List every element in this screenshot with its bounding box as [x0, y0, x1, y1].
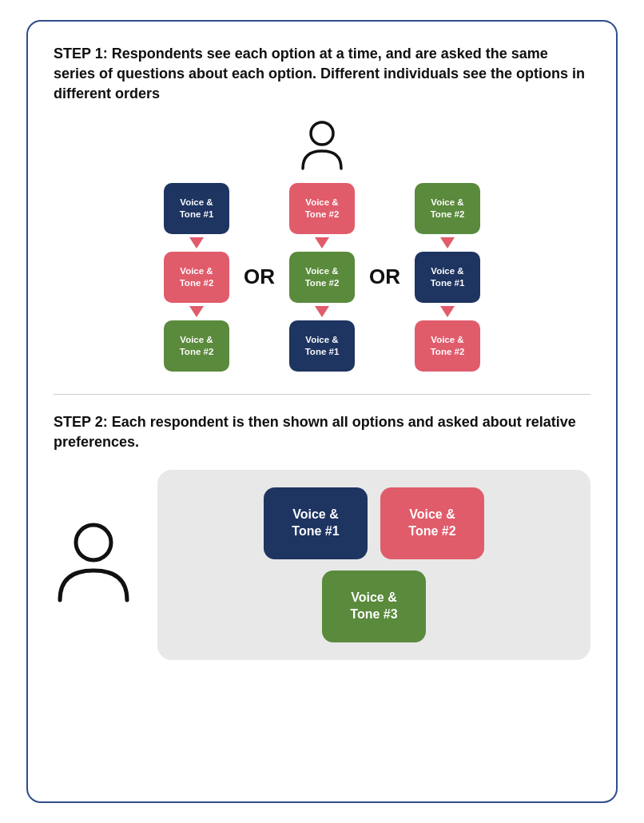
- step2-title: STEP 2: Each respondent is then shown al…: [54, 412, 590, 452]
- options-card: Voice &Tone #1 Voice &Tone #2 Voice &Ton…: [157, 470, 590, 660]
- col2-arrow1: [315, 237, 329, 248]
- or-label-2: OR: [369, 264, 400, 289]
- col1-box2: Voice &Tone #2: [164, 252, 229, 303]
- step1-diagram: Voice &Tone #1 Voice &Tone #2 Voice &Ton…: [54, 119, 590, 372]
- main-card: STEP 1: Respondents see each option at a…: [26, 20, 618, 803]
- svg-point-1: [76, 525, 111, 560]
- column-2: Voice &Tone #2 Voice &Tone #2 Voice &Ton…: [289, 183, 355, 372]
- col2-box1: Voice &Tone #2: [289, 183, 355, 234]
- col3-arrow1: [440, 237, 455, 248]
- section-divider: [54, 394, 590, 395]
- col3-arrow2: [440, 306, 455, 317]
- column-1: Voice &Tone #1 Voice &Tone #2 Voice &Ton…: [164, 183, 229, 372]
- col2-box2: Voice &Tone #2: [289, 252, 355, 303]
- col2-box3: Voice &Tone #1: [289, 320, 355, 372]
- column-3: Voice &Tone #2 Voice &Tone #1 Voice &Ton…: [415, 183, 480, 372]
- options-bottom-row: Voice &Tone #3: [178, 571, 570, 642]
- col3-box3: Voice &Tone #2: [415, 320, 480, 372]
- person-icon-step2: [54, 519, 133, 610]
- or-label-1: OR: [244, 264, 275, 289]
- col3-box2: Voice &Tone #1: [415, 252, 480, 303]
- col2-arrow2: [315, 306, 329, 317]
- svg-point-0: [311, 122, 333, 145]
- step2-row: Voice &Tone #1 Voice &Tone #2 Voice &Ton…: [54, 470, 590, 660]
- options-top-row: Voice &Tone #1 Voice &Tone #2: [178, 487, 570, 559]
- col1-arrow2: [189, 306, 204, 317]
- step2-tone1: Voice &Tone #1: [264, 487, 368, 559]
- col1-arrow1: [189, 237, 204, 248]
- step2-tone3: Voice &Tone #3: [322, 571, 426, 642]
- col1-box3: Voice &Tone #2: [164, 320, 229, 372]
- person-icon-top: [298, 119, 346, 175]
- col3-box1: Voice &Tone #2: [415, 183, 480, 234]
- step1-title: STEP 1: Respondents see each option at a…: [54, 44, 590, 105]
- columns-row: Voice &Tone #1 Voice &Tone #2 Voice &Ton…: [54, 183, 590, 372]
- step2-tone2: Voice &Tone #2: [380, 487, 484, 559]
- col1-box1: Voice &Tone #1: [164, 183, 229, 234]
